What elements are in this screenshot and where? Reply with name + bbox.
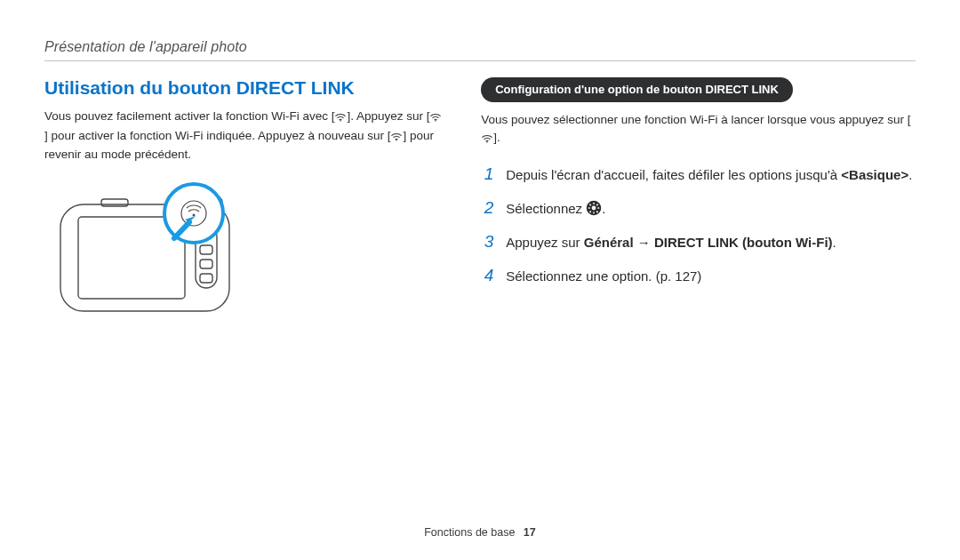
intro-paragraph: Vous pouvez facilement activer la foncti…	[44, 108, 445, 164]
step-3: 3 Appuyez sur Général → DIRECT LINK (bou…	[481, 229, 916, 254]
settings-icon	[586, 200, 602, 221]
step-post: .	[602, 201, 605, 216]
step-number: 3	[481, 229, 493, 254]
svg-rect-7	[200, 245, 212, 254]
svg-point-17	[592, 205, 596, 210]
svg-point-12	[164, 184, 223, 243]
wifi-icon	[390, 129, 403, 147]
svg-rect-8	[200, 260, 212, 268]
divider	[44, 60, 916, 61]
svg-point-1	[436, 120, 437, 122]
page-number: 17	[524, 526, 536, 539]
subsection-pill: Configuration d'une option de bouton DIR…	[481, 77, 793, 102]
wifi-icon	[481, 131, 493, 148]
steps-list: 1 Depuis l'écran d'accueil, faites défil…	[481, 162, 916, 287]
step-text: Sélectionnez	[506, 199, 605, 221]
step-pre: Depuis l'écran d'accueil, faites défiler…	[506, 167, 841, 182]
step-pre: Appuyez sur	[506, 235, 584, 250]
svg-rect-18	[594, 202, 596, 204]
svg-rect-20	[588, 207, 590, 209]
wifi-icon	[334, 109, 347, 127]
svg-rect-11	[101, 199, 128, 206]
step-text: Appuyez sur Général → DIRECT LINK (bouto…	[506, 233, 836, 252]
svg-rect-19	[594, 212, 596, 213]
right-intro: Vous pouvez sélectionner une fonction Wi…	[481, 111, 916, 148]
camera-illustration	[44, 180, 445, 325]
step-bold: <Basique>	[841, 167, 908, 182]
left-column: Utilisation du bouton DIRECT LINK Vous p…	[44, 77, 445, 325]
wifi-icon	[429, 109, 442, 127]
right-column: Configuration d'une option de bouton DIR…	[481, 77, 916, 325]
footer-section: Fonctions de base	[424, 526, 515, 539]
page-footer: Fonctions de base 17	[0, 526, 960, 539]
svg-point-2	[396, 140, 398, 141]
step-number: 1	[481, 162, 493, 187]
step-number: 2	[481, 196, 493, 220]
right-intro-a: Vous pouvez sélectionner une fonction Wi…	[481, 113, 910, 126]
step-number: 4	[481, 263, 493, 288]
step-post: .	[908, 167, 912, 182]
p1-c: ] pour activer la fonction Wi-Fi indiqué…	[44, 129, 390, 142]
step-bold: Général → DIRECT LINK (bouton Wi-Fi)	[584, 235, 833, 250]
svg-point-15	[486, 141, 488, 143]
svg-point-14	[193, 213, 196, 216]
step-2: 2 Sélectionnez	[481, 196, 916, 221]
svg-rect-21	[597, 207, 599, 209]
step-4: 4 Sélectionnez une option. (p. 127)	[481, 263, 916, 288]
svg-rect-9	[200, 274, 212, 283]
running-head: Présentation de l'appareil photo	[44, 39, 916, 55]
step-1: 1 Depuis l'écran d'accueil, faites défil…	[481, 162, 916, 187]
step-post: .	[833, 235, 836, 250]
section-title: Utilisation du bouton DIRECT LINK	[44, 77, 445, 99]
step-text: Sélectionnez une option. (p. 127)	[506, 267, 701, 286]
p1-a: Vous pouvez facilement activer la foncti…	[44, 109, 334, 123]
svg-point-0	[340, 120, 342, 122]
step-pre: Sélectionnez	[506, 201, 586, 216]
step-text: Depuis l'écran d'accueil, faites défiler…	[506, 165, 912, 185]
p1-b: ]. Appuyez sur [	[347, 109, 429, 123]
right-intro-b: ].	[493, 131, 500, 144]
